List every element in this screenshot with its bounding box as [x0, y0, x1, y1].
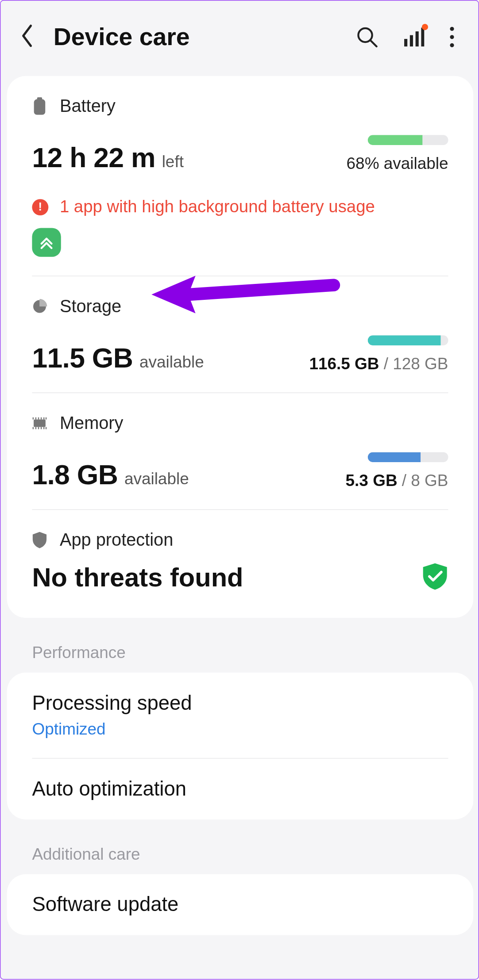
battery-time-suffix: left: [162, 152, 184, 171]
svg-point-8: [450, 43, 454, 47]
software-update-item[interactable]: Software update: [32, 874, 448, 935]
memory-icon: [32, 416, 47, 430]
group-performance-label: Performance: [0, 618, 479, 673]
app-header: Device care: [0, 0, 479, 76]
svg-rect-3: [410, 35, 413, 47]
svg-point-0: [358, 28, 372, 42]
auto-optimization-title: Auto optimization: [32, 777, 448, 801]
performance-card: Processing speed Optimized Auto optimiza…: [7, 673, 474, 819]
svg-rect-21: [41, 427, 42, 429]
app-protection-status: No threats found: [32, 563, 243, 593]
svg-rect-20: [38, 427, 39, 429]
storage-available-suffix: available: [139, 352, 204, 371]
battery-percent: 68% available: [347, 154, 448, 173]
svg-rect-10: [34, 99, 46, 115]
storage-section[interactable]: Storage 11.5 GB available 116.5 GB / 128…: [32, 276, 448, 393]
svg-rect-11: [34, 420, 46, 427]
battery-section[interactable]: Battery 12 h 22 m left 68% available ! 1…: [32, 76, 448, 276]
additional-care-card: Software update: [7, 874, 474, 935]
storage-available: 11.5 GB: [32, 342, 133, 373]
shield-icon: [32, 531, 47, 549]
processing-speed-status: Optimized: [32, 720, 448, 739]
search-icon[interactable]: [356, 27, 378, 48]
svg-rect-18: [33, 427, 34, 429]
group-additional-label: Additional care: [0, 819, 479, 874]
battery-bar: [368, 135, 448, 145]
more-icon[interactable]: [449, 27, 454, 48]
optimize-chip-icon[interactable]: [32, 228, 61, 256]
svg-rect-5: [421, 27, 424, 46]
storage-usage: 116.5 GB / 128 GB: [309, 354, 448, 374]
battery-warning[interactable]: ! 1 app with high background battery usa…: [32, 197, 448, 217]
notification-dot-icon: [422, 24, 428, 30]
app-protection-section[interactable]: App protection No threats found: [32, 510, 448, 618]
svg-rect-15: [41, 417, 42, 420]
svg-line-1: [371, 41, 377, 46]
battery-label: Battery: [60, 96, 116, 116]
annotation-arrow-icon: [145, 272, 346, 316]
memory-label: Memory: [60, 413, 124, 433]
auto-optimization-item[interactable]: Auto optimization: [32, 758, 448, 819]
storage-bar: [368, 335, 448, 345]
memory-usage: 5.3 GB / 8 GB: [346, 471, 448, 490]
storage-icon: [32, 299, 47, 315]
svg-rect-23: [46, 427, 46, 429]
device-care-card: Battery 12 h 22 m left 68% available ! 1…: [7, 76, 474, 618]
svg-point-7: [450, 35, 454, 39]
memory-available: 1.8 GB: [32, 459, 118, 490]
svg-rect-2: [404, 39, 407, 46]
app-protection-label: App protection: [60, 530, 173, 550]
processing-speed-item[interactable]: Processing speed Optimized: [32, 673, 448, 759]
svg-rect-16: [43, 417, 44, 420]
memory-section[interactable]: Memory 1.8 GB available 5.3 GB / 8 GB: [32, 393, 448, 510]
svg-rect-4: [416, 31, 419, 46]
svg-rect-19: [35, 427, 36, 429]
svg-rect-12: [33, 417, 34, 420]
memory-bar: [368, 452, 448, 462]
back-icon[interactable]: [19, 24, 35, 50]
usage-chart-icon[interactable]: [403, 27, 424, 48]
memory-available-suffix: available: [124, 469, 189, 488]
battery-warning-text: 1 app with high background battery usage: [60, 197, 375, 217]
battery-icon: [32, 97, 47, 115]
svg-rect-14: [38, 417, 39, 420]
alert-icon: !: [32, 199, 48, 215]
battery-time: 12 h 22 m: [32, 142, 155, 173]
svg-rect-13: [35, 417, 36, 420]
storage-label: Storage: [60, 296, 121, 316]
svg-rect-22: [43, 427, 44, 429]
processing-speed-title: Processing speed: [32, 691, 448, 715]
software-update-title: Software update: [32, 893, 448, 916]
svg-point-6: [450, 27, 454, 31]
shield-check-icon: [422, 563, 448, 593]
svg-rect-17: [46, 417, 46, 420]
page-title: Device care: [54, 23, 340, 51]
